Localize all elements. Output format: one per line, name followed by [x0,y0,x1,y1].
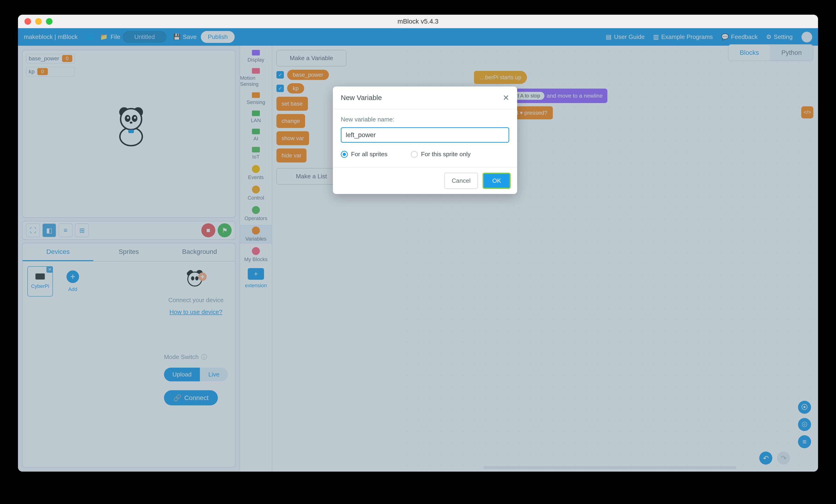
new-variable-dialog: New Variable ✕ New variable name: For al… [333,86,517,194]
cancel-button[interactable]: Cancel [444,173,478,189]
titlebar: mBlock v5.4.3 [18,15,818,28]
variable-name-input[interactable] [341,127,509,143]
radio-for-all-sprites[interactable]: For all sprites [341,151,387,158]
window-title: mBlock v5.4.3 [18,18,818,25]
ok-button[interactable]: OK [482,173,511,189]
radio-for-this-sprite[interactable]: For this sprite only [411,151,471,158]
input-label: New variable name: [341,116,509,123]
close-icon[interactable]: ✕ [503,93,509,102]
dialog-title: New Variable [341,94,382,102]
app-window: mBlock v5.4.3 makeblock | mBlock 🌐 📁 Fil… [18,15,818,471]
